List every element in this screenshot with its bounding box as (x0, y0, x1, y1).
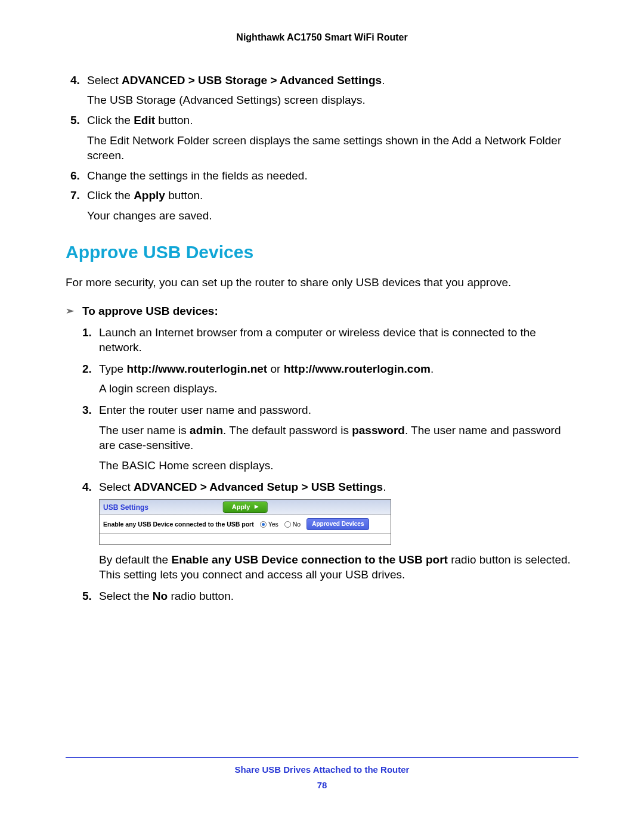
step-number: 4. (82, 479, 92, 495)
step-text: Select ADVANCED > USB Storage > Advanced… (87, 74, 385, 86)
panel-empty-row (100, 534, 391, 544)
step-text: Click the Apply button. (87, 189, 203, 202)
step-result: The BASIC Home screen displays. (99, 458, 578, 473)
step-number: 5. (82, 589, 92, 604)
step-result: The USB Storage (Advanced Settings) scre… (87, 92, 578, 108)
footer-chapter-title: Share USB Drives Attached to the Router (66, 764, 578, 776)
radio-icon (260, 521, 267, 528)
radio-icon (284, 521, 291, 528)
step-number: 7. (70, 188, 80, 203)
step-text: Click the Edit button. (87, 114, 193, 126)
step-5: 5. Click the Edit button. The Edit Netwo… (87, 113, 578, 163)
step-number: 1. (82, 325, 92, 340)
step-text: Select ADVANCED > Advanced Setup > USB S… (99, 481, 386, 493)
step-4: 4. Select ADVANCED > USB Storage > Advan… (87, 73, 578, 108)
step-6: 6. Change the settings in the fields as … (87, 168, 578, 184)
panel-title: USB Settings (100, 503, 148, 512)
step-text: Select the No radio button. (99, 590, 234, 602)
chevron-right-icon: ➢ (66, 305, 74, 318)
procedure-steps-list: 1. Launch an Internet browser from a com… (66, 325, 578, 604)
footer-page-number: 78 (66, 779, 578, 791)
step-note: The user name is admin. The default pass… (99, 423, 578, 453)
proc-step-4: 4. Select ADVANCED > Advanced Setup > US… (99, 479, 578, 583)
step-number: 2. (82, 361, 92, 377)
step-explanation: By default the Enable any USB Device con… (99, 552, 578, 583)
triangle-right-icon: ▶ (255, 504, 258, 510)
step-text: Enter the router user name and password. (99, 404, 311, 416)
radio-yes-label: Yes (268, 520, 278, 528)
step-text: Type http://www.routerlogin.net or http:… (99, 363, 434, 375)
apply-button[interactable]: Apply ▶ (223, 501, 268, 513)
task-lead-text: To approve USB devices: (82, 305, 218, 317)
radio-yes[interactable]: Yes (260, 520, 278, 528)
page-footer: Share USB Drives Attached to the Router … (66, 757, 578, 792)
proc-step-1: 1. Launch an Internet browser from a com… (99, 325, 578, 355)
panel-titlebar: USB Settings Apply ▶ (100, 500, 391, 515)
proc-step-2: 2. Type http://www.routerlogin.net or ht… (99, 361, 578, 397)
radio-no[interactable]: No (284, 520, 301, 528)
step-text: Change the settings in the fields as nee… (87, 169, 308, 182)
enable-usb-row: Enable any USB Device connected to the U… (100, 515, 391, 534)
usb-settings-screenshot: USB Settings Apply ▶ Enable any USB Devi… (99, 499, 391, 545)
section-heading: Approve USB Devices (66, 240, 578, 265)
radio-no-label: No (293, 520, 301, 528)
step-number: 5. (70, 113, 80, 128)
header-product-title: Nighthawk AC1750 Smart WiFi Router (66, 31, 578, 44)
step-7: 7. Click the Apply button. Your changes … (87, 188, 578, 223)
step-result: The Edit Network Folder screen displays … (87, 133, 578, 163)
enable-usb-label: Enable any USB Device connected to the U… (103, 520, 254, 528)
step-number: 6. (70, 168, 80, 184)
continued-steps-list: 4. Select ADVANCED > USB Storage > Advan… (66, 73, 578, 224)
section-intro: For more security, you can set up the ro… (66, 275, 578, 290)
step-text: Launch an Internet browser from a comput… (99, 326, 536, 354)
step-result: A login screen displays. (99, 381, 578, 397)
proc-step-3: 3. Enter the router user name and passwo… (99, 402, 578, 473)
step-result: Your changes are saved. (87, 208, 578, 224)
apply-button-label: Apply (232, 503, 250, 512)
proc-step-5: 5. Select the No radio button. (99, 589, 578, 604)
task-lead: ➢ To approve USB devices: (66, 304, 578, 319)
approved-devices-button[interactable]: Approved Devices (306, 518, 369, 530)
step-number: 3. (82, 402, 92, 418)
step-number: 4. (70, 73, 80, 88)
document-page: Nighthawk AC1750 Smart WiFi Router 4. Se… (0, 0, 644, 604)
